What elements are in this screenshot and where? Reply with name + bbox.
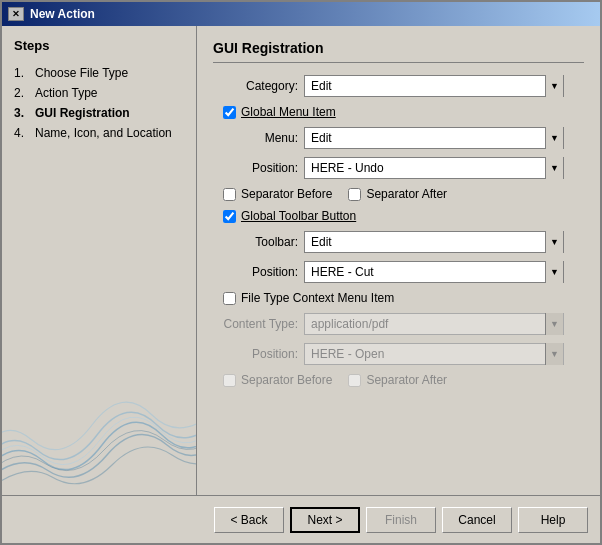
step-4: 4. Name, Icon, and Location bbox=[14, 123, 184, 143]
separator-row-1: Separator Before Separator After bbox=[223, 187, 584, 201]
file-type-label: File Type Context Menu Item bbox=[241, 291, 394, 305]
toolbar-dropdown[interactable]: Edit ▼ bbox=[304, 231, 564, 253]
position-dropdown[interactable]: HERE - Undo ▼ bbox=[304, 157, 564, 179]
content-type-arrow: ▼ bbox=[545, 313, 563, 335]
cancel-button[interactable]: Cancel bbox=[442, 507, 512, 533]
steps-title: Steps bbox=[14, 38, 184, 53]
global-toolbar-checkbox[interactable] bbox=[223, 210, 236, 223]
category-dropdown[interactable]: Edit ▼ bbox=[304, 75, 564, 97]
sep-before2-checkbox bbox=[223, 374, 236, 387]
sidebar: Steps 1. Choose File Type 2. Action Type… bbox=[2, 26, 197, 495]
sep-after2-checkbox bbox=[348, 374, 361, 387]
position-arrow[interactable]: ▼ bbox=[545, 157, 563, 179]
content-area: Steps 1. Choose File Type 2. Action Type… bbox=[2, 26, 600, 495]
step-2: 2. Action Type bbox=[14, 83, 184, 103]
sep-after-label: Separator After bbox=[366, 187, 447, 201]
toolbar-position-label: Position: bbox=[213, 265, 298, 279]
position2-value: HERE - Open bbox=[305, 343, 545, 365]
back-button[interactable]: < Back bbox=[214, 507, 284, 533]
close-button[interactable]: ✕ bbox=[8, 7, 24, 21]
menu-dropdown[interactable]: Edit ▼ bbox=[304, 127, 564, 149]
global-toolbar-row: Global Toolbar Button bbox=[223, 209, 584, 223]
menu-value: Edit bbox=[305, 127, 545, 149]
finish-button[interactable]: Finish bbox=[366, 507, 436, 533]
global-menu-row: Global Menu Item bbox=[223, 105, 584, 119]
footer: < Back Next > Finish Cancel Help bbox=[2, 495, 600, 543]
position2-label: Position: bbox=[213, 347, 298, 361]
sep-after-checkbox[interactable] bbox=[348, 188, 361, 201]
toolbar-value: Edit bbox=[305, 231, 545, 253]
position2-arrow: ▼ bbox=[545, 343, 563, 365]
help-button[interactable]: Help bbox=[518, 507, 588, 533]
position-label: Position: bbox=[213, 161, 298, 175]
global-toolbar-label: Global Toolbar Button bbox=[241, 209, 356, 223]
main-panel: GUI Registration Category: Edit ▼ Global… bbox=[197, 26, 600, 495]
sep-after2-label: Separator After bbox=[366, 373, 447, 387]
file-type-row: File Type Context Menu Item bbox=[223, 291, 584, 305]
position2-row: Position: HERE - Open ▼ bbox=[213, 343, 584, 365]
step-3: 3. GUI Registration bbox=[14, 103, 184, 123]
toolbar-row: Toolbar: Edit ▼ bbox=[213, 231, 584, 253]
steps-list: 1. Choose File Type 2. Action Type 3. GU… bbox=[14, 63, 184, 143]
category-row: Category: Edit ▼ bbox=[213, 75, 584, 97]
toolbar-label: Toolbar: bbox=[213, 235, 298, 249]
toolbar-position-dropdown[interactable]: HERE - Cut ▼ bbox=[304, 261, 564, 283]
content-type-row: Content Type: application/pdf ▼ bbox=[213, 313, 584, 335]
menu-arrow[interactable]: ▼ bbox=[545, 127, 563, 149]
category-arrow[interactable]: ▼ bbox=[545, 75, 563, 97]
toolbar-position-row: Position: HERE - Cut ▼ bbox=[213, 261, 584, 283]
category-value: Edit bbox=[305, 75, 545, 97]
content-type-label: Content Type: bbox=[213, 317, 298, 331]
window-title: New Action bbox=[30, 7, 95, 21]
position-value: HERE - Undo bbox=[305, 157, 545, 179]
main-window: ✕ New Action Steps 1. Choose File Type 2… bbox=[0, 0, 602, 545]
toolbar-arrow[interactable]: ▼ bbox=[545, 231, 563, 253]
panel-title: GUI Registration bbox=[213, 40, 584, 63]
decorative-wave bbox=[2, 355, 196, 495]
global-menu-checkbox[interactable] bbox=[223, 106, 236, 119]
category-label: Category: bbox=[213, 79, 298, 93]
menu-label: Menu: bbox=[213, 131, 298, 145]
sep-before-label: Separator Before bbox=[241, 187, 332, 201]
position-row: Position: HERE - Undo ▼ bbox=[213, 157, 584, 179]
content-type-dropdown: application/pdf ▼ bbox=[304, 313, 564, 335]
sep-before2-label: Separator Before bbox=[241, 373, 332, 387]
titlebar: ✕ New Action bbox=[2, 2, 600, 26]
next-button[interactable]: Next > bbox=[290, 507, 360, 533]
position2-dropdown: HERE - Open ▼ bbox=[304, 343, 564, 365]
content-type-value: application/pdf bbox=[305, 313, 545, 335]
step-1: 1. Choose File Type bbox=[14, 63, 184, 83]
menu-row: Menu: Edit ▼ bbox=[213, 127, 584, 149]
toolbar-position-arrow[interactable]: ▼ bbox=[545, 261, 563, 283]
global-menu-label: Global Menu Item bbox=[241, 105, 336, 119]
sep-before-checkbox[interactable] bbox=[223, 188, 236, 201]
separator-row-2: Separator Before Separator After bbox=[223, 373, 584, 387]
file-type-checkbox[interactable] bbox=[223, 292, 236, 305]
toolbar-position-value: HERE - Cut bbox=[305, 261, 545, 283]
